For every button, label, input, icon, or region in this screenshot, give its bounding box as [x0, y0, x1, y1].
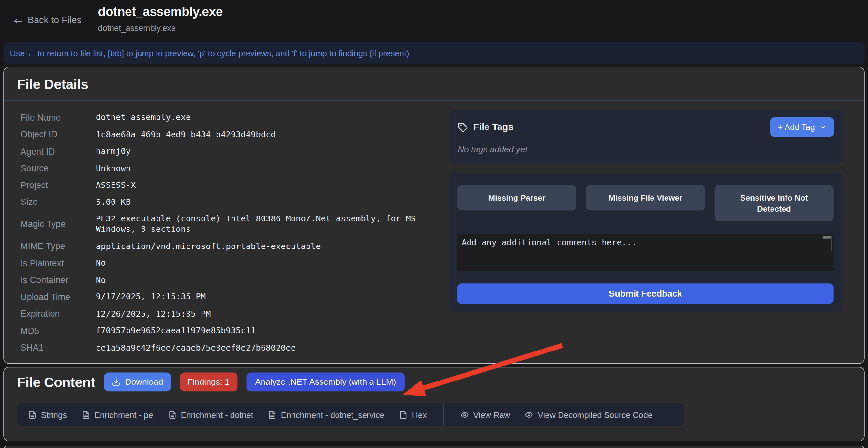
- detail-row: SHA1ce1a58a9c42f6ee7caaeb75e3eef8e27b680…: [21, 342, 447, 353]
- detail-label: MD5: [21, 326, 96, 336]
- tag-icon: [458, 122, 468, 132]
- keyboard-hint-text: Use ← to return to file list, [tab] to j…: [10, 49, 409, 58]
- document-icon: [168, 411, 176, 419]
- detail-row: Expiration12/26/2025, 12:15:35 PM: [21, 309, 447, 319]
- tab-label: View Raw: [473, 410, 510, 419]
- detail-row: Object ID1c8ae68a-469b-4ed9-b434-b4293d4…: [21, 129, 447, 139]
- tab-hex[interactable]: Hex: [399, 410, 427, 419]
- file-tags-title: File Tags: [473, 122, 514, 133]
- keyboard-hint-bar: Use ← to return to file list, [tab] to j…: [3, 42, 865, 64]
- heading-divider: [4, 100, 864, 101]
- feedback-option-button[interactable]: Missing Parser: [457, 185, 577, 210]
- detail-label: Expiration: [21, 309, 96, 319]
- document-icon: [82, 411, 90, 419]
- eye-icon: [525, 411, 533, 419]
- tab-label: Enrichment - dotnet_service: [281, 410, 384, 419]
- file-content-header: File Content Download Findings: 1 Analyz…: [17, 373, 405, 392]
- download-button[interactable]: Download: [104, 373, 171, 392]
- file-details-title: File Details: [17, 76, 88, 92]
- next-panel-top-edge: [3, 446, 865, 448]
- page: ← Back to Files dotnet_assembly.exe dotn…: [0, 0, 868, 448]
- eye-icon: [460, 411, 469, 419]
- detail-value: application/vnd.microsoft.portable-execu…: [96, 241, 430, 251]
- detail-value: Unknown: [96, 163, 430, 173]
- feedback-option-button[interactable]: Sensitive Info Not Detected: [714, 185, 834, 221]
- file-content-tabbar: StringsEnrichment - peEnrichment - dotne…: [17, 404, 684, 426]
- add-tag-button[interactable]: + Add Tag: [770, 117, 834, 137]
- submit-feedback-button[interactable]: Submit Feedback: [457, 283, 833, 304]
- file-tags-header: File Tags + Add Tag: [458, 117, 834, 137]
- detail-label: Object ID: [21, 129, 96, 139]
- detail-label: Magic Type: [21, 219, 96, 229]
- tab-label: Strings: [41, 410, 67, 419]
- detail-label: Upload Time: [21, 292, 96, 302]
- back-arrow-icon: ←: [14, 15, 23, 26]
- tab-view-decompiled-source-code[interactable]: View Decompiled Source Code: [525, 410, 652, 419]
- page-title: dotnet_assembly.exe: [98, 5, 222, 20]
- tab-label: Enrichment - dotnet: [181, 410, 253, 419]
- detail-label: Source: [21, 163, 96, 173]
- tab-strings[interactable]: Strings: [28, 410, 67, 419]
- detail-value: 5.00 KB: [96, 197, 430, 207]
- back-to-files-button[interactable]: ← Back to Files: [14, 15, 82, 26]
- detail-value: 12/26/2025, 12:15:35 PM: [96, 309, 430, 319]
- file-icon: [399, 411, 407, 419]
- detail-row: Size5.00 KB: [21, 197, 447, 207]
- file-content-card: File Content Download Findings: 1 Analyz…: [3, 367, 865, 441]
- tab-label: View Decompiled Source Code: [538, 410, 652, 419]
- tab-enrichment-dotnet[interactable]: Enrichment - dotnet: [168, 410, 253, 419]
- feedback-option-button[interactable]: Missing File Viewer: [586, 185, 705, 210]
- tab-group-divider: [443, 404, 444, 426]
- analyze-dotnet-assembly-button[interactable]: Analyze .NET Assembly (with a LLM): [246, 373, 405, 392]
- comment-textarea[interactable]: [457, 234, 833, 271]
- detail-row: Is PlaintextNo: [21, 258, 447, 268]
- detail-value: No: [96, 258, 430, 268]
- detail-label: Project: [21, 180, 96, 190]
- detail-label: Is Container: [21, 275, 96, 285]
- tab-enrichment-dotnet-service[interactable]: Enrichment - dotnet_service: [268, 410, 384, 419]
- detail-value: ASSESS-X: [96, 180, 430, 190]
- detail-value: ce1a58a9c42f6ee7caaeb75e3eef8e27b68020ee: [96, 342, 430, 353]
- chevron-down-icon: [819, 124, 827, 131]
- document-icon: [28, 411, 36, 419]
- detail-label: MIME Type: [21, 241, 96, 251]
- detail-value: f70957b9e9652caea11979e85b935c11: [96, 325, 430, 336]
- detail-value: PE32 executable (console) Intel 80386 Mo…: [96, 214, 430, 235]
- detail-row: Is ContainerNo: [21, 275, 447, 285]
- tab-enrichment-pe[interactable]: Enrichment - pe: [82, 410, 153, 419]
- detail-row: MD5f70957b9e9652caea11979e85b935c11: [21, 325, 447, 336]
- tab-view-raw[interactable]: View Raw: [460, 410, 510, 419]
- document-icon: [268, 411, 277, 419]
- detail-row: ProjectASSESS-X: [21, 180, 447, 190]
- detail-row: File Namedotnet_assembly.exe: [21, 113, 447, 123]
- detail-label: File Name: [21, 113, 96, 123]
- detail-value: dotnet_assembly.exe: [96, 113, 430, 123]
- detail-value: harmj0y: [96, 146, 430, 157]
- detail-value: 1c8ae68a-469b-4ed9-b434-b4293d49bdcd: [96, 129, 430, 139]
- no-tags-text: No tags added yet: [458, 145, 834, 155]
- detail-label: Agent ID: [21, 147, 96, 157]
- file-details-list: File Namedotnet_assembly.exeObject ID1c8…: [21, 113, 447, 359]
- detail-row: MIME Typeapplication/vnd.microsoft.porta…: [21, 241, 447, 251]
- download-label: Download: [125, 377, 163, 387]
- tab-label: Hex: [412, 410, 427, 419]
- download-icon: [112, 378, 121, 386]
- add-tag-label: + Add Tag: [778, 122, 815, 132]
- detail-label: Is Plaintext: [21, 258, 96, 268]
- detail-row: Upload Time9/17/2025, 12:15:35 PM: [21, 292, 447, 302]
- file-content-title: File Content: [17, 374, 95, 390]
- findings-button[interactable]: Findings: 1: [180, 373, 237, 392]
- page-subtitle: dotnet_assembly.exe: [98, 23, 222, 33]
- title-block: dotnet_assembly.exe dotnet_assembly.exe: [98, 5, 222, 33]
- detail-value: 9/17/2025, 12:15:35 PM: [96, 292, 430, 302]
- detail-row: Magic TypePE32 executable (console) Inte…: [21, 214, 447, 235]
- feedback-buttons-row: Missing ParserMissing File ViewerSensiti…: [457, 185, 833, 221]
- detail-value: No: [96, 275, 430, 285]
- detail-label: SHA1: [21, 343, 96, 353]
- tab-label: Enrichment - pe: [95, 410, 153, 419]
- feedback-card: Missing ParserMissing File ViewerSensiti…: [449, 173, 843, 311]
- file-tags-card: File Tags + Add Tag No tags added yet: [449, 109, 843, 164]
- back-to-files-label: Back to Files: [28, 15, 82, 26]
- detail-label: Size: [21, 197, 96, 207]
- comment-box-wrap: [457, 234, 833, 271]
